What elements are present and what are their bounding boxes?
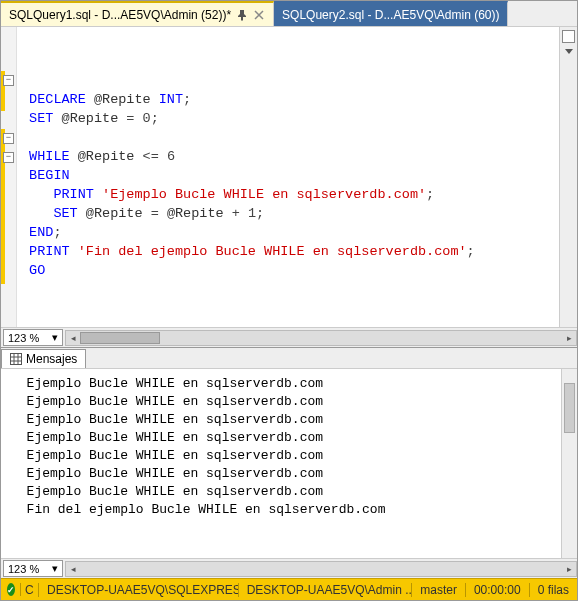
editor-right-strip [559, 27, 577, 327]
kw-int: INT [159, 92, 183, 107]
scroll-right-icon[interactable]: ▸ [562, 562, 576, 576]
var-repite: @Repite [94, 92, 151, 107]
tab-sqlquery1[interactable]: SQLQuery1.sql - D...AE5VQ\Admin (52))* [1, 1, 274, 26]
editor-gutter: − − − [1, 27, 17, 327]
fold-toggle[interactable]: − [3, 152, 14, 163]
tab-label: SQLQuery1.sql - D...AE5VQ\Admin (52))* [9, 8, 231, 22]
status-ok-icon: ✓ [1, 583, 21, 596]
messages-output[interactable]: Ejemplo Bucle WHILE en sqlserverdb.com E… [1, 369, 561, 558]
pin-icon[interactable] [236, 9, 248, 21]
code-editor[interactable]: − − − DECLARE @Repite INT; SET @Repite =… [1, 27, 577, 327]
scrollbar-thumb[interactable] [80, 332, 160, 344]
code-body[interactable]: DECLARE @Repite INT; SET @Repite = 0; WH… [17, 27, 559, 327]
horizontal-scrollbar[interactable]: ◂ ▸ [65, 330, 577, 346]
tab-label: SQLQuery2.sql - D...AE5VQ\Admin (60)) [282, 8, 499, 22]
status-server: DESKTOP-UAAE5VQ\SQLEXPRESS ... [39, 583, 239, 597]
scrollbar-thumb[interactable] [564, 383, 575, 433]
string-literal: 'Ejemplo Bucle WHILE en sqlserverdb.com' [102, 187, 426, 202]
zoom-value: 123 % [8, 332, 39, 344]
split-view-icon[interactable] [562, 30, 575, 43]
chevron-down-icon: ▾ [52, 331, 58, 344]
status-elapsed: 00:00:00 [466, 583, 530, 597]
zoom-dropdown[interactable]: 123 % ▾ [3, 329, 63, 346]
results-panel-tabs: Mensajes [1, 347, 577, 369]
kw-declare: DECLARE [29, 92, 86, 107]
vertical-scrollbar[interactable] [561, 369, 577, 558]
messages-footer-row: 123 % ▾ ◂ ▸ [1, 558, 577, 578]
scroll-left-icon[interactable]: ◂ [66, 331, 80, 345]
kw-go: GO [29, 263, 45, 278]
status-database: master [412, 583, 466, 597]
tab-messages[interactable]: Mensajes [1, 349, 86, 368]
svg-rect-0 [11, 354, 22, 365]
chevron-down-icon: ▾ [52, 562, 58, 575]
messages-icon [10, 353, 22, 365]
scroll-up-icon[interactable] [565, 49, 573, 54]
kw-begin: BEGIN [29, 168, 70, 183]
status-user: DESKTOP-UAAE5VQ\Admin ... [239, 583, 413, 597]
fold-toggle[interactable]: − [3, 133, 14, 144]
status-bar: ✓ C DESKTOP-UAAE5VQ\SQLEXPRESS ... DESKT… [1, 578, 577, 600]
kw-set: SET [29, 111, 53, 126]
editor-footer-row: 123 % ▾ ◂ ▸ [1, 327, 577, 347]
fold-toggle[interactable]: − [3, 75, 14, 86]
tab-sqlquery2[interactable]: SQLQuery2.sql - D...AE5VQ\Admin (60)) [274, 1, 508, 26]
kw-end: END [29, 225, 53, 240]
scroll-right-icon[interactable]: ▸ [562, 331, 576, 345]
scroll-left-icon[interactable]: ◂ [66, 562, 80, 576]
kw-print: PRINT [53, 187, 94, 202]
status-state: C [21, 583, 39, 597]
string-literal: 'Fin del ejemplo Bucle WHILE en sqlserve… [78, 244, 467, 259]
status-rows: 0 filas [530, 583, 577, 597]
editor-tabs: SQLQuery1.sql - D...AE5VQ\Admin (52))* S… [1, 1, 577, 27]
panel-tab-label: Mensajes [26, 352, 77, 366]
close-icon[interactable] [253, 9, 265, 21]
zoom-dropdown[interactable]: 123 % ▾ [3, 560, 63, 577]
messages-panel: Ejemplo Bucle WHILE en sqlserverdb.com E… [1, 369, 577, 558]
zoom-value: 123 % [8, 563, 39, 575]
kw-while: WHILE [29, 149, 70, 164]
horizontal-scrollbar[interactable]: ◂ ▸ [65, 561, 577, 577]
